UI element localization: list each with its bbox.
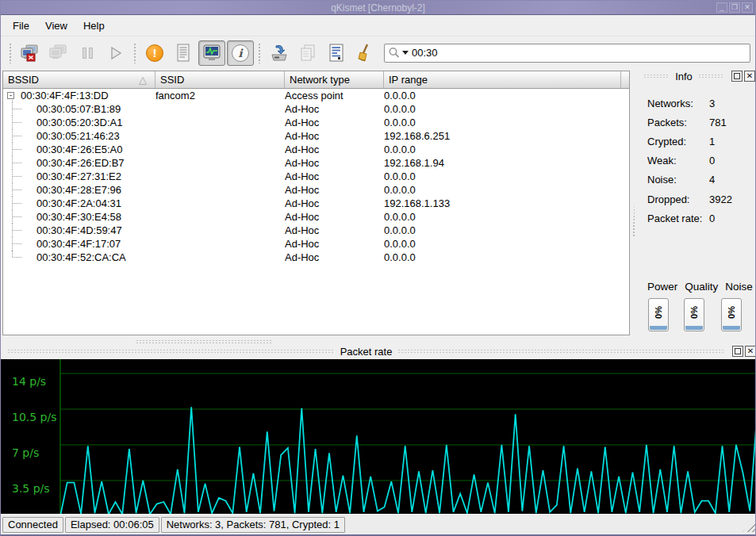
- stat-value: 4: [709, 174, 715, 186]
- dock-handle-texture: [643, 74, 670, 79]
- stat-value: 0: [709, 212, 715, 224]
- save-button[interactable]: [266, 40, 293, 66]
- connect-button[interactable]: [45, 40, 72, 66]
- network-type-value: Ad-Hoc: [285, 197, 384, 209]
- table-row[interactable]: 00:30:05:07:B1:89Ad-Hoc0.0.0.0: [3, 102, 629, 116]
- copy-button[interactable]: [294, 40, 321, 66]
- minimize-button[interactable]: _: [716, 2, 727, 13]
- ip-range-value: 0.0.0.0: [384, 238, 629, 250]
- network-type-value: Ad-Hoc: [285, 184, 384, 196]
- table-row[interactable]: 00:30:4F:52:CA:CAAd-Hoc0.0.0.0: [3, 251, 629, 264]
- menu-help[interactable]: Help: [76, 17, 112, 34]
- quality-gauge: 0%: [684, 298, 704, 331]
- info-dock-titlebar[interactable]: Info ✕: [638, 70, 755, 82]
- sort-asc-icon: △: [139, 74, 147, 86]
- noise-gauge: 0%: [721, 298, 742, 331]
- table-row[interactable]: 00:30:4F:26:E5:A0Ad-Hoc0.0.0.0: [3, 143, 629, 156]
- column-header-network-type[interactable]: Network type: [285, 71, 384, 88]
- ip-range-value: 192.168.6.251: [384, 130, 629, 142]
- table-row[interactable]: 00:30:4F:30:E4:58Ad-Hoc0.0.0.0: [3, 210, 629, 224]
- bssid-value: 00:30:05:21:46:23: [36, 130, 120, 142]
- network-type-value: Ad-Hoc: [285, 224, 384, 236]
- network-list-header: BSSID △ SSID Network type IP range: [3, 71, 629, 89]
- horizontal-splitter[interactable]: [136, 339, 273, 343]
- toolbar-handle[interactable]: [133, 43, 137, 63]
- table-row[interactable]: 00:30:4F:4D:59:47Ad-Hoc0.0.0.0: [3, 224, 629, 237]
- title-bar[interactable]: qKismet [Chernobyl-2] _ ❐ ✕: [1, 1, 755, 15]
- column-header-bssid[interactable]: BSSID △: [3, 71, 155, 88]
- network-type-value: Access point: [285, 90, 384, 101]
- table-row[interactable]: 00:30:4F:4F:17:07Ad-Hoc0.0.0.0: [3, 237, 629, 251]
- table-row[interactable]: 00:30:05:21:46:23Ad-Hoc192.168.6.251: [3, 129, 629, 143]
- packet-rate-line: [60, 407, 756, 516]
- connection-status: Connected: [2, 517, 63, 533]
- tree-expander-icon[interactable]: -: [7, 92, 14, 99]
- ip-range-value: 192.168.1.133: [384, 197, 629, 209]
- alert-icon: !: [146, 44, 163, 62]
- bssid-value: 00:30:05:20:3D:A1: [36, 117, 122, 128]
- menu-file[interactable]: File: [6, 17, 36, 34]
- ip-range-value: 0.0.0.0: [384, 224, 629, 236]
- status-bar: Connected Elapsed: 00:06:05 Networks: 3,…: [1, 514, 756, 534]
- toolbar-handle[interactable]: [9, 43, 13, 63]
- log-button[interactable]: [170, 40, 197, 66]
- vertical-splitter[interactable]: [631, 71, 637, 335]
- pause-button[interactable]: [74, 40, 101, 66]
- ip-range-value: 0.0.0.0: [384, 251, 629, 263]
- gauge-value: 0%: [654, 306, 663, 319]
- close-dock-icon[interactable]: ✕: [745, 346, 756, 357]
- packet-rate-dock-titlebar[interactable]: Packet rate ✕: [2, 345, 756, 358]
- float-dock-icon[interactable]: [732, 346, 743, 357]
- resize-grip[interactable]: [743, 521, 755, 532]
- bssid-value: 00:30:4F:26:E5:A0: [36, 144, 122, 155]
- disconnect-button[interactable]: [17, 40, 44, 66]
- disconnect-icon: [20, 44, 40, 63]
- maximize-button[interactable]: ❐: [729, 2, 740, 13]
- toolbar-handle[interactable]: [258, 43, 262, 63]
- menu-view[interactable]: View: [38, 17, 75, 34]
- copy-icon: [298, 44, 317, 63]
- table-row[interactable]: 00:30:4F:26:ED:B7Ad-Hoc192.168.1.94: [3, 156, 629, 170]
- close-dock-icon[interactable]: ✕: [744, 71, 755, 82]
- table-row[interactable]: 00:30:4F:28:E7:96Ad-Hoc0.0.0.0: [3, 183, 629, 197]
- info-stat-row: Packets:781: [638, 113, 755, 132]
- stat-value: 781: [709, 117, 727, 128]
- dock-handle-texture: [7, 349, 335, 354]
- stat-value: 3922: [709, 193, 732, 205]
- bssid-value: 00:30:4F:28:E7:96: [36, 184, 121, 196]
- stat-label: Packets:: [647, 117, 709, 128]
- info-stat-row: Crypted:1: [638, 132, 755, 151]
- ip-range-value: 0.0.0.0: [384, 117, 629, 128]
- ssid-value: fancom2: [155, 90, 285, 101]
- table-row[interactable]: -00:30:4F:4F:13:DDfancom2Access point0.0…: [3, 89, 629, 102]
- alerts-button[interactable]: !: [141, 40, 168, 66]
- column-header-ssid[interactable]: SSID: [155, 71, 285, 88]
- table-row[interactable]: 00:30:4F:27:31:E2Ad-Hoc0.0.0.0: [3, 170, 629, 183]
- log-icon: [175, 44, 191, 63]
- network-list-body: -00:30:4F:4F:13:DDfancom2Access point0.0…: [3, 89, 629, 264]
- y-tick-label: 3.5 p/s: [12, 482, 50, 495]
- search-options-arrow[interactable]: [402, 51, 409, 55]
- bssid-value: 00:30:4F:30:E4:58: [36, 211, 121, 223]
- float-dock-icon[interactable]: [731, 71, 743, 82]
- dock-handle-texture: [698, 74, 724, 79]
- stat-label: Packet rate:: [647, 212, 709, 224]
- column-header-ip-range[interactable]: IP range: [384, 71, 621, 88]
- clear-button[interactable]: [351, 40, 378, 66]
- network-monitor-button[interactable]: [198, 40, 225, 66]
- bssid-value: 00:30:4F:4F:17:07: [36, 238, 121, 250]
- network-summary: Networks: 3, Packets: 781, Crypted: 1: [161, 517, 345, 533]
- resume-button[interactable]: [102, 40, 129, 66]
- info-button[interactable]: i: [227, 40, 254, 66]
- table-row[interactable]: 00:30:05:20:3D:A1Ad-Hoc0.0.0.0: [3, 116, 629, 129]
- bssid-value: 00:30:4F:26:ED:B7: [36, 157, 125, 169]
- info-dock: Info ✕ Networks:3Packets:781Crypted:1Wea…: [638, 70, 755, 345]
- table-row[interactable]: 00:30:4F:2A:04:31Ad-Hoc192.168.1.133: [3, 197, 629, 210]
- close-button[interactable]: ✕: [742, 2, 753, 13]
- search-input[interactable]: [412, 47, 746, 59]
- column-header-filler: [621, 71, 629, 88]
- report-icon: [328, 44, 345, 63]
- monitor-icon: [202, 44, 221, 63]
- info-stat-row: Dropped:3922: [638, 190, 755, 209]
- report-button[interactable]: [323, 40, 350, 66]
